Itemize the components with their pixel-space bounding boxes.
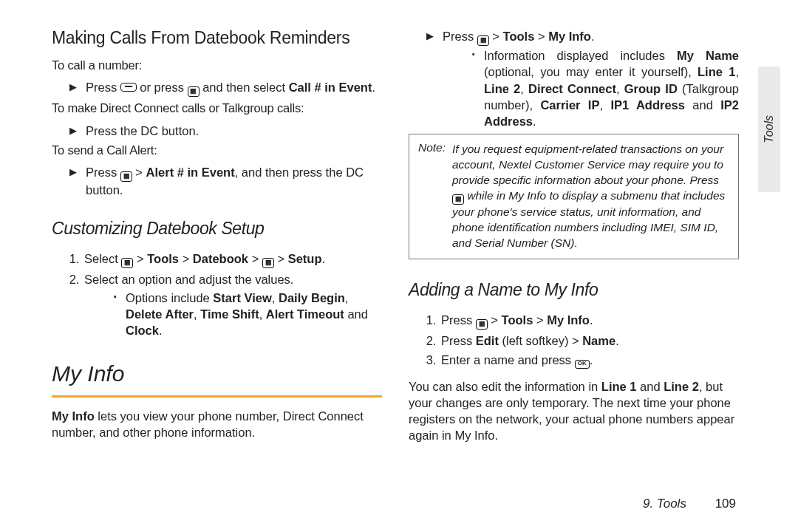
text: . xyxy=(590,313,593,327)
list-item: Press or press ▦ and then select Call # … xyxy=(71,79,382,97)
text: lets you view your phone number, Direct … xyxy=(52,409,364,439)
bold-text: Edit xyxy=(476,334,499,347)
text: > xyxy=(489,30,503,43)
ok-icon: OK xyxy=(575,360,590,369)
text-to-call: To call a number: xyxy=(52,57,382,73)
note-box: Note: If you request equipment-related t… xyxy=(409,134,739,259)
text: Press xyxy=(443,30,477,43)
section-side-tab-label: Tools xyxy=(761,115,777,143)
text-to-alert: To send a Call Alert: xyxy=(52,142,382,158)
page-body: Making Calls From Datebook Reminders To … xyxy=(0,0,798,532)
list-item: Press the DC button. xyxy=(71,123,382,139)
note-body: If you request equipment-related transac… xyxy=(418,142,729,251)
text: , xyxy=(520,82,528,95)
bold-text: Call # in Event xyxy=(289,81,372,94)
bold-text: My Info xyxy=(52,409,95,423)
bold-text: Group ID xyxy=(624,82,678,95)
list-item: Enter a name and press OK. xyxy=(440,352,739,369)
bold-text: Direct Connect xyxy=(528,82,616,95)
list-adding-name: Press ▦ > Tools > My Info. Press Edit (l… xyxy=(423,312,739,369)
column-right: Press ▦ > Tools > My Info. Information d… xyxy=(409,25,739,511)
bold-text: Setup xyxy=(288,252,322,265)
bold-text: Tools xyxy=(147,252,179,265)
list-to-alert: Press ▦ > Alert # in Event, and then pre… xyxy=(52,164,382,198)
text: Press xyxy=(441,313,476,327)
text: and xyxy=(344,307,368,321)
text: Enter a name and press xyxy=(441,353,575,366)
heading-customizing: Customizing Datebook Setup xyxy=(52,217,382,240)
bold-text: Line 2 xyxy=(664,380,699,393)
list-item: Select an option and adjust the values. … xyxy=(83,271,382,338)
list-item: Select ▦ > Tools > Datebook > ▦ > Setup. xyxy=(83,250,382,268)
text: Select xyxy=(84,252,121,265)
text: Select an option and adjust the values. xyxy=(84,273,293,286)
text: , xyxy=(616,82,624,95)
menu-icon: ▦ xyxy=(121,258,133,268)
bold-text: IP1 Address xyxy=(610,98,685,112)
menu-icon: ▦ xyxy=(477,35,489,46)
bold-text: Carrier IP xyxy=(540,98,599,112)
bold-text: Line 2 xyxy=(484,82,520,95)
text: and xyxy=(637,380,664,393)
bold-text: Daily Begin xyxy=(279,291,345,304)
list-info-displayed: Information displayed includes My Name (… xyxy=(443,47,739,129)
text: . xyxy=(322,252,326,265)
page-footer: 9. Tools 109 xyxy=(0,496,798,513)
text: . xyxy=(372,81,375,94)
bold-text: Name xyxy=(582,334,615,347)
menu-icon: ▦ xyxy=(476,319,488,330)
menu-icon: ▦ xyxy=(188,86,200,97)
bold-text: Time Shift xyxy=(200,307,259,321)
text: Press xyxy=(86,81,120,94)
menu-icon: ▦ xyxy=(120,171,132,182)
list-to-dc: Press the DC button. xyxy=(52,123,382,139)
text: > xyxy=(533,313,547,327)
text: . xyxy=(159,324,163,337)
text: Press xyxy=(441,334,476,347)
text: > xyxy=(132,166,146,179)
text-my-info-intro: My Info lets you view your phone number,… xyxy=(52,408,382,441)
text: > xyxy=(179,252,193,265)
bold-text: Start View xyxy=(213,291,271,304)
text: . xyxy=(615,334,619,347)
text: and xyxy=(685,98,720,112)
bold-text: My Name xyxy=(677,49,739,62)
list-item: Press ▦ > Alert # in Event, and then pre… xyxy=(71,164,382,198)
bold-text: Line 1 xyxy=(601,380,637,393)
heading-making-calls: Making Calls From Datebook Reminders xyxy=(52,27,382,50)
heading-my-info: My Info xyxy=(52,359,382,398)
list-item: Press ▦ > Tools > My Info. xyxy=(440,312,739,330)
note-label: Note: xyxy=(418,141,446,154)
list-item: Press ▦ > Tools > My Info. Information d… xyxy=(428,28,739,129)
bold-text: Alert Timeout xyxy=(266,307,344,321)
bold-text: Delete After xyxy=(126,307,194,321)
text: and then select xyxy=(200,81,289,94)
list-item: Options include Start View, Daily Begin,… xyxy=(115,290,382,339)
text: If you request equipment-related transac… xyxy=(452,143,723,186)
column-left: Making Calls From Datebook Reminders To … xyxy=(52,25,382,511)
text: > xyxy=(133,252,147,265)
list-to-call: Press or press ▦ and then select Call # … xyxy=(52,79,382,97)
text: or press xyxy=(137,81,188,94)
menu-icon: ▦ xyxy=(452,194,464,205)
bold-text: My Info xyxy=(547,313,590,327)
bold-text: Clock xyxy=(126,324,159,337)
bold-text: My Info xyxy=(548,30,591,43)
list-myinfo-open: Press ▦ > Tools > My Info. Information d… xyxy=(409,28,739,129)
text: , xyxy=(599,98,610,112)
text: > xyxy=(274,252,288,265)
text: Information displayed includes xyxy=(484,49,677,62)
footer-page-number: 109 xyxy=(715,497,736,511)
text: > xyxy=(534,30,548,43)
text: . xyxy=(533,115,536,128)
text: . xyxy=(590,353,593,366)
list-customizing: Select ▦ > Tools > Datebook > ▦ > Setup.… xyxy=(66,250,382,338)
bold-text: Tools xyxy=(503,30,535,43)
text: , xyxy=(735,65,739,78)
text: (left softkey) > xyxy=(499,334,582,347)
bold-text: Datebook xyxy=(193,252,248,265)
text: > xyxy=(248,252,262,265)
footer-chapter: 9. Tools xyxy=(643,497,686,511)
text: You can also edit the information in xyxy=(409,380,601,393)
bold-text: Line 1 xyxy=(698,65,735,78)
